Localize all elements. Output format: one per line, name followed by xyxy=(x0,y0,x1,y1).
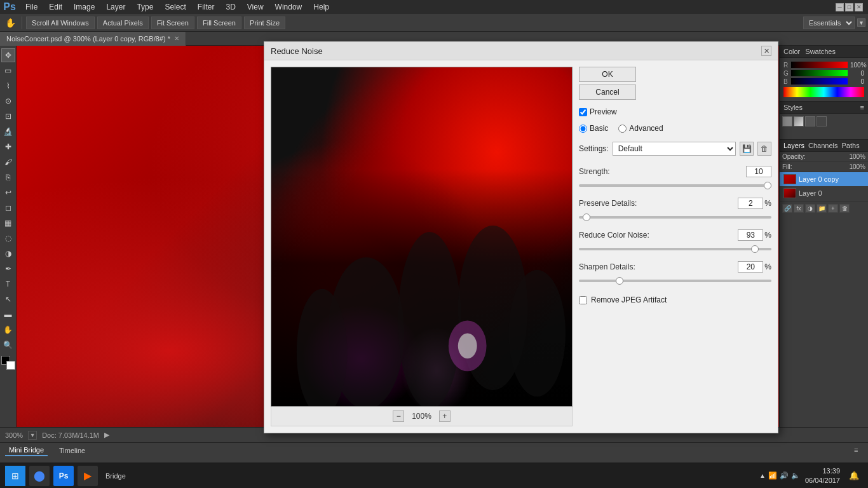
paths-tab[interactable]: Paths xyxy=(842,142,860,149)
document-tab-close[interactable]: ✕ xyxy=(174,35,179,42)
channels-tab[interactable]: Channels xyxy=(808,142,837,149)
status-menu-icon[interactable]: ▼ xyxy=(28,431,37,440)
fill-value[interactable]: 100% xyxy=(849,163,865,170)
preview-image[interactable] xyxy=(271,67,573,407)
menu-3d[interactable]: 3D xyxy=(220,1,240,13)
workspace-select[interactable]: Essentials xyxy=(803,17,855,29)
ok-button[interactable]: OK xyxy=(579,67,636,82)
maximize-btn[interactable]: □ xyxy=(845,3,853,11)
menu-file[interactable]: File xyxy=(20,1,43,13)
volume-icon[interactable]: 🔊 xyxy=(780,471,789,480)
dodge-tool[interactable]: ◑ xyxy=(1,247,15,261)
speaker-icon[interactable]: 🔈 xyxy=(791,471,800,480)
taskbar-clock[interactable]: 13:39 06/04/2017 xyxy=(805,466,840,485)
status-arrow-icon[interactable]: ▶ xyxy=(104,431,113,440)
shape-tool[interactable]: ▬ xyxy=(1,308,15,322)
network-icon[interactable]: 📶 xyxy=(768,471,777,480)
advanced-radio[interactable] xyxy=(618,125,627,133)
style-thumb[interactable] xyxy=(794,116,804,126)
style-thumb[interactable] xyxy=(782,116,792,126)
layer-0-item[interactable]: Layer 0 xyxy=(780,186,868,200)
notification-icon[interactable]: 🔔 xyxy=(845,467,863,485)
styles-expand[interactable]: ≡ xyxy=(860,104,864,111)
layer-0-copy-item[interactable]: Layer 0 copy xyxy=(780,172,868,186)
start-button[interactable]: ⊞ xyxy=(5,466,25,486)
layers-tab[interactable]: Layers xyxy=(783,142,804,149)
preview-checkbox[interactable] xyxy=(579,108,587,116)
basic-label[interactable]: Basic xyxy=(590,124,608,133)
lasso-tool[interactable]: ⌇ xyxy=(1,79,15,93)
timeline-tab[interactable]: Timeline xyxy=(55,445,89,456)
preserve-details-slider[interactable] xyxy=(579,216,771,219)
zoom-tool[interactable]: 🔍 xyxy=(1,338,15,352)
eyedropper-tool[interactable]: 🔬 xyxy=(1,125,15,139)
fit-screen-btn[interactable]: Fit Screen xyxy=(151,17,194,29)
strength-slider[interactable] xyxy=(579,184,771,187)
move-tool[interactable]: ✥ xyxy=(1,48,15,62)
actual-pixels-btn[interactable]: Actual Pixels xyxy=(97,17,149,29)
menu-filter[interactable]: Filter xyxy=(193,1,220,13)
delete-settings-btn[interactable]: 🗑 xyxy=(757,142,771,156)
bottom-panel-menu-icon[interactable]: ≡ xyxy=(854,446,863,455)
brush-tool[interactable]: 🖌 xyxy=(1,155,15,169)
style-thumb[interactable] xyxy=(805,116,815,126)
healing-brush-tool[interactable]: ✚ xyxy=(1,140,15,154)
menu-layer[interactable]: Layer xyxy=(101,1,130,13)
strength-input[interactable] xyxy=(746,166,771,177)
crop-tool[interactable]: ⊡ xyxy=(1,109,15,123)
mini-bridge-tab[interactable]: Mini Bridge xyxy=(5,445,48,456)
color-spectrum[interactable] xyxy=(783,87,864,97)
print-size-btn[interactable]: Print Size xyxy=(244,17,285,29)
photoshop-taskbar-btn[interactable]: Ps xyxy=(53,466,74,486)
preview-label[interactable]: Preview xyxy=(590,107,617,116)
quick-select-tool[interactable]: ⊙ xyxy=(1,94,15,108)
vlc-taskbar-btn[interactable]: ▶ xyxy=(78,466,98,486)
menu-edit[interactable]: Edit xyxy=(44,1,67,13)
menu-image[interactable]: Image xyxy=(69,1,100,13)
delete-layer-icon[interactable]: 🗑 xyxy=(839,204,850,213)
chrome-icon-btn[interactable]: ⬤ xyxy=(29,466,50,486)
style-thumb[interactable] xyxy=(817,116,827,126)
reduce-color-noise-input[interactable] xyxy=(738,229,763,241)
blue-slider[interactable] xyxy=(791,78,848,85)
scroll-all-btn[interactable]: Scroll All Windows xyxy=(26,17,95,29)
menu-type[interactable]: Type xyxy=(132,1,158,13)
clone-stamp-tool[interactable]: ⎘ xyxy=(1,170,15,184)
mask-icon[interactable]: ◑ xyxy=(805,204,815,213)
swatches-tab[interactable]: Swatches xyxy=(805,48,836,55)
marquee-tool[interactable]: ▭ xyxy=(1,64,15,78)
basic-radio[interactable] xyxy=(579,125,587,133)
remove-jpeg-checkbox[interactable] xyxy=(579,296,587,304)
red-slider[interactable] xyxy=(791,62,848,68)
color-tab[interactable]: Color xyxy=(783,48,800,55)
save-settings-btn[interactable]: 💾 xyxy=(740,142,754,156)
settings-select[interactable]: Default Custom xyxy=(613,142,736,156)
close-btn[interactable]: ✕ xyxy=(855,3,863,11)
sharpen-details-slider[interactable] xyxy=(579,280,771,282)
eraser-tool[interactable]: ◻ xyxy=(1,201,15,215)
new-layer-icon[interactable]: + xyxy=(828,204,838,213)
reduce-color-noise-slider[interactable] xyxy=(579,248,771,250)
advanced-label[interactable]: Advanced xyxy=(629,124,663,133)
history-brush-tool[interactable]: ↩ xyxy=(1,186,15,200)
preserve-details-input[interactable] xyxy=(738,198,763,209)
fill-screen-btn[interactable]: Fill Screen xyxy=(197,17,241,29)
document-tab[interactable]: NoiseConcert.psd @ 300% (Layer 0 copy, R… xyxy=(0,32,186,46)
menu-select[interactable]: Select xyxy=(159,1,191,13)
tray-arrow-icon[interactable]: ▲ xyxy=(759,472,766,479)
blur-tool[interactable]: ◌ xyxy=(1,231,15,245)
foreground-background-colors[interactable] xyxy=(1,356,15,370)
cancel-button[interactable]: Cancel xyxy=(579,85,636,100)
hand-tool-left[interactable]: ✋ xyxy=(1,323,15,337)
menu-window[interactable]: Window xyxy=(270,1,308,13)
zoom-in-btn[interactable]: + xyxy=(439,410,451,422)
green-slider[interactable] xyxy=(791,70,848,76)
workspace-expand-icon[interactable]: ▼ xyxy=(857,18,865,27)
bridge-taskbar-btn[interactable]: Bridge xyxy=(102,472,130,480)
opacity-value[interactable]: 100% xyxy=(849,153,865,160)
new-group-icon[interactable]: 📁 xyxy=(817,204,827,213)
gradient-tool[interactable]: ▦ xyxy=(1,216,15,230)
minimize-btn[interactable]: ─ xyxy=(836,3,844,11)
sharpen-details-input[interactable] xyxy=(738,261,763,273)
zoom-out-btn[interactable]: − xyxy=(393,410,404,422)
